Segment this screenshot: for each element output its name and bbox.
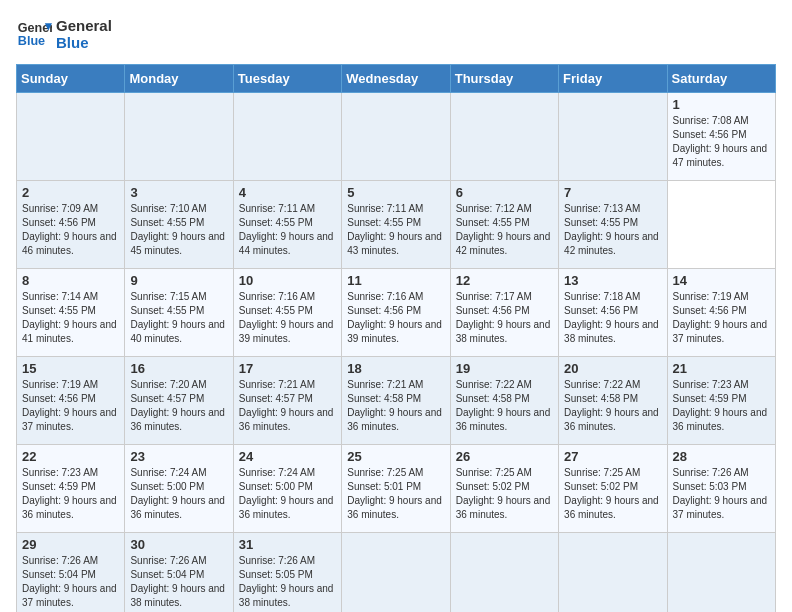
day-info: Sunrise: 7:21 AM Sunset: 4:57 PM Dayligh… (239, 378, 336, 434)
calendar-day-cell: 8 Sunrise: 7:14 AM Sunset: 4:55 PM Dayli… (17, 269, 125, 357)
day-info: Sunrise: 7:22 AM Sunset: 4:58 PM Dayligh… (456, 378, 553, 434)
day-info: Sunrise: 7:25 AM Sunset: 5:02 PM Dayligh… (456, 466, 553, 522)
calendar-week-row: 2 Sunrise: 7:09 AM Sunset: 4:56 PM Dayli… (17, 181, 776, 269)
sunrise: Sunrise: 7:21 AM (239, 378, 336, 392)
day-info: Sunrise: 7:16 AM Sunset: 4:56 PM Dayligh… (347, 290, 444, 346)
daylight: Daylight: 9 hours and 46 minutes. (22, 230, 119, 258)
weekday-header: Sunday (17, 65, 125, 93)
daylight: Daylight: 9 hours and 36 minutes. (456, 494, 553, 522)
sunset: Sunset: 4:56 PM (456, 304, 553, 318)
day-number: 19 (456, 361, 553, 376)
calendar-day-cell: 17 Sunrise: 7:21 AM Sunset: 4:57 PM Dayl… (233, 357, 341, 445)
day-number: 30 (130, 537, 227, 552)
daylight: Daylight: 9 hours and 44 minutes. (239, 230, 336, 258)
daylight: Daylight: 9 hours and 38 minutes. (130, 582, 227, 610)
daylight: Daylight: 9 hours and 36 minutes. (456, 406, 553, 434)
calendar-day-cell (342, 93, 450, 181)
day-info: Sunrise: 7:08 AM Sunset: 4:56 PM Dayligh… (673, 114, 770, 170)
sunrise: Sunrise: 7:24 AM (130, 466, 227, 480)
day-number: 29 (22, 537, 119, 552)
day-info: Sunrise: 7:26 AM Sunset: 5:04 PM Dayligh… (22, 554, 119, 610)
sunrise: Sunrise: 7:16 AM (239, 290, 336, 304)
sunset: Sunset: 5:01 PM (347, 480, 444, 494)
calendar-day-cell (450, 93, 558, 181)
sunrise: Sunrise: 7:26 AM (130, 554, 227, 568)
calendar-day-cell: 10 Sunrise: 7:16 AM Sunset: 4:55 PM Dayl… (233, 269, 341, 357)
day-number: 8 (22, 273, 119, 288)
day-number: 28 (673, 449, 770, 464)
weekday-header: Saturday (667, 65, 775, 93)
calendar-day-cell (342, 533, 450, 613)
sunrise: Sunrise: 7:25 AM (456, 466, 553, 480)
sunset: Sunset: 5:04 PM (130, 568, 227, 582)
day-number: 27 (564, 449, 661, 464)
calendar-day-cell: 9 Sunrise: 7:15 AM Sunset: 4:55 PM Dayli… (125, 269, 233, 357)
weekday-header-row: SundayMondayTuesdayWednesdayThursdayFrid… (17, 65, 776, 93)
daylight: Daylight: 9 hours and 36 minutes. (22, 494, 119, 522)
weekday-header: Monday (125, 65, 233, 93)
daylight: Daylight: 9 hours and 36 minutes. (564, 406, 661, 434)
sunset: Sunset: 5:02 PM (564, 480, 661, 494)
calendar-day-cell: 23 Sunrise: 7:24 AM Sunset: 5:00 PM Dayl… (125, 445, 233, 533)
day-info: Sunrise: 7:09 AM Sunset: 4:56 PM Dayligh… (22, 202, 119, 258)
day-number: 7 (564, 185, 661, 200)
daylight: Daylight: 9 hours and 38 minutes. (564, 318, 661, 346)
logo-icon: General Blue (16, 16, 52, 52)
sunset: Sunset: 4:55 PM (239, 304, 336, 318)
calendar-day-cell: 25 Sunrise: 7:25 AM Sunset: 5:01 PM Dayl… (342, 445, 450, 533)
day-info: Sunrise: 7:18 AM Sunset: 4:56 PM Dayligh… (564, 290, 661, 346)
day-number: 23 (130, 449, 227, 464)
calendar-day-cell: 15 Sunrise: 7:19 AM Sunset: 4:56 PM Dayl… (17, 357, 125, 445)
calendar-table: SundayMondayTuesdayWednesdayThursdayFrid… (16, 64, 776, 612)
calendar-day-cell: 11 Sunrise: 7:16 AM Sunset: 4:56 PM Dayl… (342, 269, 450, 357)
sunrise: Sunrise: 7:26 AM (22, 554, 119, 568)
daylight: Daylight: 9 hours and 36 minutes. (130, 406, 227, 434)
sunset: Sunset: 4:55 PM (130, 304, 227, 318)
daylight: Daylight: 9 hours and 37 minutes. (673, 494, 770, 522)
day-number: 10 (239, 273, 336, 288)
day-number: 4 (239, 185, 336, 200)
sunrise: Sunrise: 7:23 AM (22, 466, 119, 480)
sunrise: Sunrise: 7:26 AM (239, 554, 336, 568)
sunset: Sunset: 5:04 PM (22, 568, 119, 582)
calendar-day-cell: 28 Sunrise: 7:26 AM Sunset: 5:03 PM Dayl… (667, 445, 775, 533)
calendar-day-cell: 22 Sunrise: 7:23 AM Sunset: 4:59 PM Dayl… (17, 445, 125, 533)
daylight: Daylight: 9 hours and 42 minutes. (564, 230, 661, 258)
calendar-day-cell: 1 Sunrise: 7:08 AM Sunset: 4:56 PM Dayli… (667, 93, 775, 181)
day-info: Sunrise: 7:17 AM Sunset: 4:56 PM Dayligh… (456, 290, 553, 346)
day-info: Sunrise: 7:22 AM Sunset: 4:58 PM Dayligh… (564, 378, 661, 434)
sunrise: Sunrise: 7:12 AM (456, 202, 553, 216)
sunrise: Sunrise: 7:11 AM (347, 202, 444, 216)
weekday-header: Thursday (450, 65, 558, 93)
sunset: Sunset: 4:56 PM (673, 128, 770, 142)
daylight: Daylight: 9 hours and 43 minutes. (347, 230, 444, 258)
sunrise: Sunrise: 7:24 AM (239, 466, 336, 480)
day-info: Sunrise: 7:24 AM Sunset: 5:00 PM Dayligh… (239, 466, 336, 522)
day-number: 9 (130, 273, 227, 288)
calendar-week-row: 29 Sunrise: 7:26 AM Sunset: 5:04 PM Dayl… (17, 533, 776, 613)
day-info: Sunrise: 7:16 AM Sunset: 4:55 PM Dayligh… (239, 290, 336, 346)
calendar-week-row: 15 Sunrise: 7:19 AM Sunset: 4:56 PM Dayl… (17, 357, 776, 445)
day-info: Sunrise: 7:13 AM Sunset: 4:55 PM Dayligh… (564, 202, 661, 258)
daylight: Daylight: 9 hours and 42 minutes. (456, 230, 553, 258)
daylight: Daylight: 9 hours and 36 minutes. (564, 494, 661, 522)
weekday-header: Wednesday (342, 65, 450, 93)
daylight: Daylight: 9 hours and 36 minutes. (130, 494, 227, 522)
day-number: 2 (22, 185, 119, 200)
day-info: Sunrise: 7:25 AM Sunset: 5:02 PM Dayligh… (564, 466, 661, 522)
sunrise: Sunrise: 7:21 AM (347, 378, 444, 392)
day-number: 11 (347, 273, 444, 288)
daylight: Daylight: 9 hours and 36 minutes. (673, 406, 770, 434)
day-number: 1 (673, 97, 770, 112)
sunrise: Sunrise: 7:17 AM (456, 290, 553, 304)
daylight: Daylight: 9 hours and 41 minutes. (22, 318, 119, 346)
sunrise: Sunrise: 7:19 AM (673, 290, 770, 304)
logo: General Blue General Blue (16, 16, 112, 52)
day-number: 20 (564, 361, 661, 376)
day-number: 24 (239, 449, 336, 464)
day-info: Sunrise: 7:12 AM Sunset: 4:55 PM Dayligh… (456, 202, 553, 258)
day-info: Sunrise: 7:23 AM Sunset: 4:59 PM Dayligh… (22, 466, 119, 522)
daylight: Daylight: 9 hours and 37 minutes. (22, 582, 119, 610)
daylight: Daylight: 9 hours and 37 minutes. (673, 318, 770, 346)
day-info: Sunrise: 7:15 AM Sunset: 4:55 PM Dayligh… (130, 290, 227, 346)
